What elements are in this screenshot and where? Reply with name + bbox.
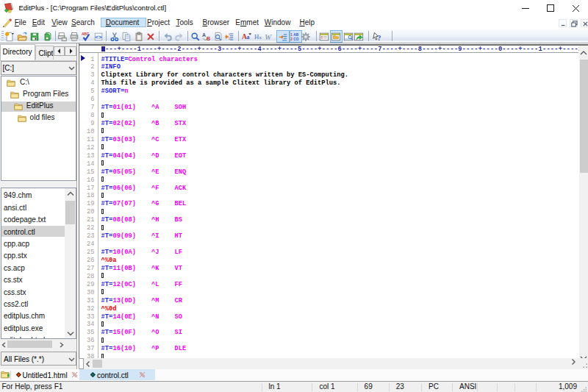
svg-text:1: 1 bbox=[229, 32, 230, 36]
svg-text:x: x bbox=[259, 35, 262, 40]
svg-text:B: B bbox=[207, 36, 210, 41]
svg-text:<>: <> bbox=[95, 34, 102, 40]
svg-text:AB: AB bbox=[293, 33, 298, 37]
svg-text:?: ? bbox=[377, 33, 381, 41]
svg-text:A: A bbox=[202, 32, 206, 38]
svg-text:1: 1 bbox=[290, 33, 293, 37]
svg-text:2: 2 bbox=[290, 37, 293, 40]
svg-text:CO: CO bbox=[293, 37, 298, 40]
svg-text:2: 2 bbox=[229, 36, 230, 40]
svg-text:W: W bbox=[265, 32, 272, 40]
svg-text:a: a bbox=[247, 34, 250, 40]
